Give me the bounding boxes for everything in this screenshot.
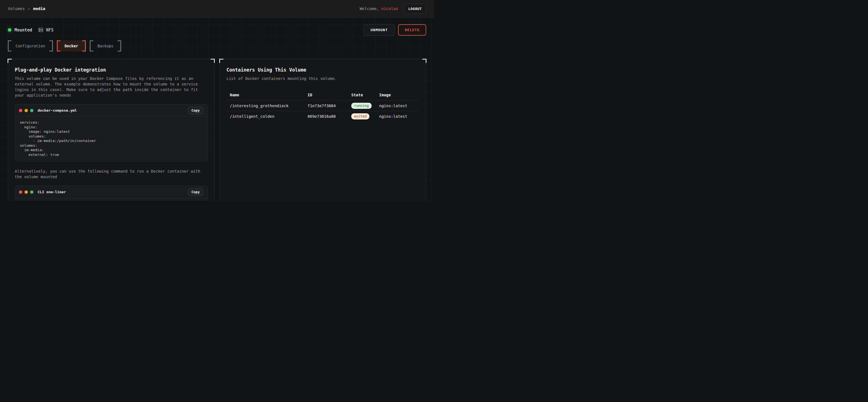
container-name: /interesting_grothendieck	[230, 104, 308, 108]
tab-docker[interactable]: Docker	[57, 40, 86, 52]
fs-type-label: NFS	[46, 28, 54, 33]
volume-status-row: Mounted NFS UNMOUNT DELETE	[8, 24, 426, 36]
traffic-light-green-icon	[30, 191, 33, 194]
breadcrumb-current-volume: media	[33, 6, 45, 11]
docker-panel-description: This volume can be used in your Docker C…	[15, 76, 208, 98]
top-bar: Volumes > media Welcome, nicolas LOGOUT	[0, 0, 434, 18]
cli-intro-text: Alternatively, you can use the following…	[15, 168, 208, 179]
container-id: f1e73e7f3884	[308, 104, 351, 108]
cli-code-content: docker run -v im-media:/path/in/containe…	[15, 198, 207, 201]
container-state: running	[351, 103, 379, 109]
breadcrumb-separator-icon: >	[28, 7, 30, 11]
container-image: nginx:latest	[379, 104, 416, 108]
containers-table: Name ID State Image /interesting_grothen…	[226, 90, 419, 122]
cli-code-header: CLI one-liner Copy	[15, 186, 207, 198]
docker-integration-panel: Plug-and-play Docker integration This vo…	[8, 59, 215, 201]
compose-code-content: services: nginx: image: nginx:latest vol…	[15, 116, 207, 161]
status-badge: running	[351, 103, 372, 109]
compose-filename: docker-compose.yml	[38, 108, 77, 112]
compose-code-block: docker-compose.yml Copy services: nginx:…	[15, 104, 208, 162]
tab-configuration[interactable]: Configuration	[8, 40, 53, 52]
logout-button[interactable]: LOGOUT	[404, 4, 426, 14]
column-header-image: Image	[379, 93, 416, 97]
tab-bar: Configuration Docker Backups	[8, 40, 426, 52]
breadcrumb-volumes-link[interactable]: Volumes	[8, 6, 25, 11]
containers-panel: Containers Using This Volume List of Doc…	[219, 59, 426, 201]
traffic-light-red-icon	[19, 191, 22, 194]
window-dots	[19, 109, 33, 112]
column-header-state: State	[351, 93, 379, 97]
traffic-light-green-icon	[30, 109, 33, 112]
traffic-light-amber-icon	[25, 109, 28, 112]
delete-button[interactable]: DELETE	[398, 24, 426, 36]
panels-container: Plug-and-play Docker integration This vo…	[8, 59, 426, 201]
unmount-button[interactable]: UNMOUNT	[364, 24, 395, 36]
mount-status-label: Mounted	[14, 28, 32, 33]
topbar-right: Welcome, nicolas LOGOUT	[360, 4, 426, 14]
container-state: exited	[351, 113, 379, 120]
cli-filename: CLI one-liner	[38, 190, 66, 194]
table-row: /interesting_grothendieck f1e73e7f3884 r…	[226, 100, 419, 111]
window-dots	[19, 191, 33, 194]
containers-panel-title: Containers Using This Volume	[226, 67, 419, 73]
compose-copy-button[interactable]: Copy	[188, 106, 203, 114]
table-row: /intelligent_colden 069e73016a88 exited …	[226, 111, 419, 122]
compose-code-header: docker-compose.yml Copy	[15, 104, 207, 116]
panel-corner-icon	[211, 59, 215, 63]
traffic-light-amber-icon	[25, 191, 28, 194]
status-badge: exited	[351, 113, 369, 120]
username-text: nicolas	[381, 6, 398, 11]
column-header-id: ID	[308, 93, 351, 97]
welcome-text: Welcome,	[360, 6, 379, 11]
fs-type-group: NFS	[38, 27, 54, 33]
table-body: /interesting_grothendieck f1e73e7f3884 r…	[226, 100, 419, 122]
cli-copy-button[interactable]: Copy	[188, 188, 203, 196]
container-name: /intelligent_colden	[230, 114, 308, 119]
containers-panel-subtitle: List of Docker containers mounting this …	[226, 76, 419, 81]
mounted-status-dot-icon	[8, 28, 11, 32]
breadcrumb: Volumes > media	[8, 6, 45, 11]
main-content: Mounted NFS UNMOUNT DELETE Configuration…	[0, 18, 434, 201]
container-id: 069e73016a88	[308, 114, 351, 119]
cli-code-block: CLI one-liner Copy docker run -v im-medi…	[15, 186, 208, 201]
column-header-name: Name	[230, 93, 308, 97]
table-header-row: Name ID State Image	[226, 90, 419, 100]
nfs-server-icon	[38, 27, 43, 33]
panel-corner-icon	[219, 59, 223, 63]
traffic-light-red-icon	[19, 109, 22, 112]
panel-corner-icon	[7, 59, 12, 63]
docker-panel-title: Plug-and-play Docker integration	[15, 67, 208, 73]
panel-corner-icon	[422, 59, 427, 63]
tab-backups[interactable]: Backups	[90, 40, 121, 52]
container-image: nginx:latest	[379, 114, 416, 119]
